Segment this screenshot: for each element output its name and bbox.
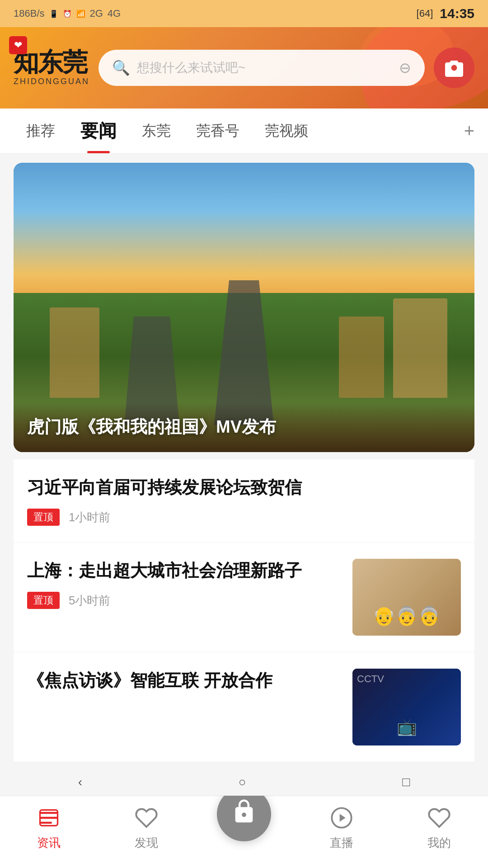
tab-news[interactable]: 要闻 — [68, 108, 129, 153]
article-3-inner: 《焦点访谈》智能互联 开放合作 CCTV 📺 — [27, 669, 461, 745]
article-3-thumb: CCTV 📺 — [352, 669, 461, 745]
camera-button[interactable] — [434, 47, 474, 88]
svg-marker-2 — [340, 814, 346, 821]
camera-icon — [443, 57, 465, 79]
logo-subtext: ZHIDONGGUAN — [14, 77, 89, 86]
pocket-icon — [231, 798, 257, 830]
status-right: [64] 14:35 — [417, 6, 474, 21]
sys-back-button[interactable]: ‹ — [78, 775, 82, 789]
article-item-2[interactable]: 上海：走出超大城市社会治理新路子 置顶 5小时前 👴👵👵 — [14, 542, 474, 652]
main-content: 虎门版《我和我的祖国》MV发布 习近平向首届可持续发展论坛致贺信 置顶 1小时前… — [0, 154, 488, 868]
add-tab-button[interactable]: + — [464, 121, 474, 141]
live-icon — [328, 804, 355, 831]
nav-item-live[interactable]: 直播 — [305, 804, 378, 851]
nav-label-news: 资讯 — [37, 835, 61, 851]
article-item-1[interactable]: 习近平向首届可持续发展论坛致贺信 置顶 1小时前 — [14, 459, 474, 542]
battery-icon: [64] — [417, 8, 433, 19]
nav-item-mine[interactable]: 我的 — [403, 804, 475, 851]
nav-item-news[interactable]: 资讯 — [13, 804, 85, 851]
mine-icon — [426, 804, 453, 831]
article-1-time: 1小时前 — [69, 509, 110, 525]
bottom-nav: 资讯 发现 直播 — [0, 796, 488, 868]
logo-area: 知东莞 ZHIDONGGUAN — [14, 50, 89, 86]
signal-2g: 2G — [90, 8, 103, 19]
tab-recommend[interactable]: 推荐 — [14, 108, 68, 153]
wifi-icon: 📶 — [76, 9, 85, 18]
news-icon — [35, 804, 62, 831]
logo-badge — [9, 36, 27, 54]
article-3-title: 《焦点访谈》智能互联 开放合作 — [27, 669, 342, 693]
search-icon: 🔍 — [112, 59, 130, 76]
article-2-inner: 上海：走出超大城市社会治理新路子 置顶 5小时前 👴👵👵 — [27, 559, 461, 636]
status-bar: 186B/s 📱 ⏰ 📶 2G 4G [64] 14:35 — [0, 0, 488, 27]
time-display: 14:35 — [440, 6, 474, 21]
article-2-text: 上海：走出超大城市社会治理新路子 置顶 5小时前 — [27, 559, 342, 609]
signal-4g: 4G — [108, 8, 121, 19]
article-item-3[interactable]: 《焦点访谈》智能互联 开放合作 CCTV 📺 — [14, 652, 474, 762]
nav-label-mine: 我的 — [427, 835, 451, 851]
status-signal: 186B/s 📱 ⏰ 📶 2G 4G — [14, 8, 121, 19]
discover-icon — [133, 804, 160, 831]
hero-card[interactable]: 虎门版《我和我的祖国》MV发布 — [14, 163, 474, 452]
search-bar[interactable]: 🔍 想搜什么来试试吧~ ⊖ — [99, 50, 425, 86]
article-2-time: 5小时前 — [69, 593, 110, 609]
nav-item-discover[interactable]: 发现 — [110, 804, 183, 851]
article-2-title: 上海：走出超大城市社会治理新路子 — [27, 559, 342, 583]
article-1-text: 习近平向首届可持续发展论坛致贺信 置顶 1小时前 — [27, 476, 461, 526]
sys-home-button[interactable]: ○ — [239, 775, 246, 789]
article-2-meta: 置顶 5小时前 — [27, 592, 342, 609]
hero-caption: 虎门版《我和我的祖国》MV发布 — [14, 402, 474, 452]
search-placeholder-text: 想搜什么来试试吧~ — [137, 59, 392, 76]
thumb-image-1: 👴👵👵 — [352, 559, 461, 636]
app-header: 知东莞 ZHIDONGGUAN 🔍 想搜什么来试试吧~ ⊖ — [0, 27, 488, 108]
hero-caption-text: 虎门版《我和我的祖国》MV发布 — [27, 417, 276, 436]
sys-recent-button[interactable]: □ — [402, 775, 410, 789]
article-1-meta: 置顶 1小时前 — [27, 509, 461, 526]
tab-dongguan[interactable]: 东莞 — [129, 108, 183, 153]
signal-text: 186B/s — [14, 8, 45, 19]
article-1-badge: 置顶 — [27, 509, 60, 526]
phone-icon: 📱 — [49, 9, 58, 18]
article-1-title: 习近平向首届可持续发展论坛致贺信 — [27, 476, 461, 500]
article-2-thumb: 👴👵👵 — [352, 559, 461, 636]
clock-icon: ⏰ — [63, 9, 72, 18]
nav-label-discover: 发现 — [135, 835, 158, 851]
tab-video[interactable]: 莞视频 — [252, 108, 321, 153]
scan-icon: ⊖ — [399, 59, 411, 76]
nav-label-live: 直播 — [330, 835, 353, 851]
article-3-text: 《焦点访谈》智能互联 开放合作 — [27, 669, 342, 702]
thumb-image-2: CCTV 📺 — [352, 669, 461, 745]
nav-tabs: 推荐 要闻 东莞 莞香号 莞视频 + — [0, 108, 488, 154]
tab-xianghao[interactable]: 莞香号 — [183, 108, 252, 153]
article-2-badge: 置顶 — [27, 592, 60, 609]
system-nav: ‹ ○ □ — [0, 769, 488, 796]
